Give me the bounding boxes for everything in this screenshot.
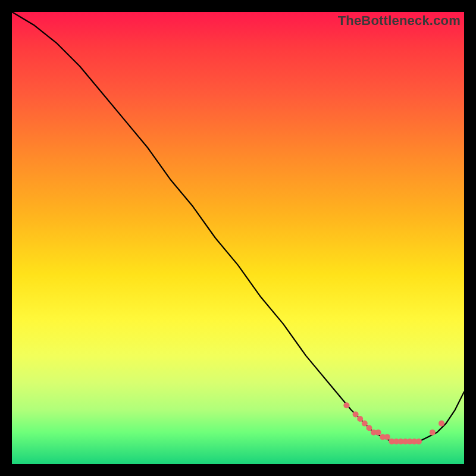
highlight-dots (343, 402, 444, 444)
highlight-dot (384, 434, 390, 440)
highlight-dot (416, 439, 422, 444)
chart-svg (12, 12, 464, 464)
highlight-dot (430, 430, 436, 436)
highlight-dot (343, 402, 349, 408)
chart-frame: TheBottleneck.com (12, 12, 464, 464)
highlight-dot (439, 421, 444, 427)
highlight-dot (353, 411, 359, 417)
highlight-dot (375, 430, 381, 436)
highlight-dot (357, 416, 363, 422)
watermark-text: TheBottleneck.com (338, 13, 461, 29)
highlight-dot (362, 421, 368, 427)
highlight-dot (366, 425, 372, 431)
bottleneck-curve (12, 12, 464, 441)
